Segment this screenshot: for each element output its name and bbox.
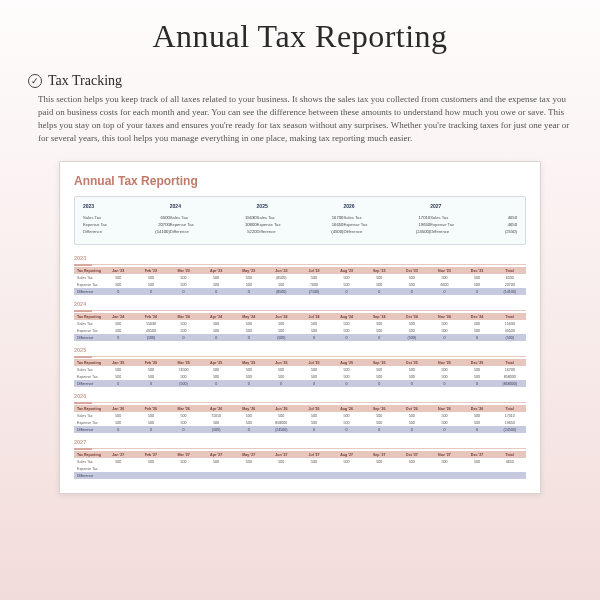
year-table: Tax ReportingJan '24Feb '24Mar '24Apr '2… [74,313,526,341]
year-table: Tax ReportingJan '27Feb '27Mar '27Apr '2… [74,451,526,479]
summary-row: Sales Tax15630 [170,215,257,220]
year-table: Tax ReportingJan '23Feb '23Mar '23Apr '2… [74,267,526,295]
year-block: 2023Tax ReportingJan '23Feb '23Mar '23Ap… [74,255,526,295]
section-heading-text: Tax Tracking [48,73,122,89]
table-row: Expense Tax [74,465,526,472]
table-row: Difference [74,472,526,479]
year-divider [74,402,526,403]
page-title: Annual Tax Reporting [28,18,572,55]
year-block: 2024Tax ReportingJan '24Feb '24Mar '24Ap… [74,301,526,341]
summary-column: 2025Sales Tax16700Expense Tax16650Differ… [257,203,344,236]
summary-year: 2023 [83,203,170,209]
table-row: Expense Tax50050050050050050076005005005… [74,281,526,288]
table-row: Sales Tax5005007450050050050050050050050… [74,366,526,373]
summary-row: Sales Tax4650 [430,215,517,220]
year-table: Tax ReportingJan '26Feb '26Mar '26Apr '2… [74,405,526,433]
summary-year: 2025 [257,203,344,209]
summary-column: 2023Sales Tax6500Expense Tax20700Differe… [83,203,170,236]
year-block: 2027Tax ReportingJan '27Feb '27Mar '27Ap… [74,439,526,479]
year-divider [74,448,526,449]
year-block: 2025Tax ReportingJan '25Feb '25Mar '25Ap… [74,347,526,387]
table-row: Sales Tax5005005007101050050050050050050… [74,412,526,419]
summary-row: Difference5220 [170,229,257,234]
summary-row: Expense Tax16650 [257,222,344,227]
table-row: Expense Tax50049500500500500500500500500… [74,327,526,334]
year-label: 2027 [74,439,526,445]
year-divider [74,310,526,311]
summary-year: 2027 [430,203,517,209]
table-row: Sales Tax500500500500500(8500)5005005005… [74,274,526,281]
year-divider [74,264,526,265]
table-row: Sales Tax5005005005005005005005005005005… [74,458,526,465]
summary-row: Difference(14100) [83,229,170,234]
year-label: 2025 [74,347,526,353]
year-label: 2026 [74,393,526,399]
section-intro: This section helps you keep track of all… [38,93,572,145]
summary-row: Sales Tax6500 [83,215,170,220]
summary-year: 2024 [170,203,257,209]
table-row: Difference00(500)000000000(858000) [74,380,526,387]
table-row: Expense Tax50050050050050085800050050050… [74,419,526,426]
summary-year: 2026 [343,203,430,209]
table-row: Difference000(500)0(24500)000000(24500) [74,426,526,433]
template-title: Annual Tax Reporting [74,174,526,188]
year-label: 2024 [74,301,526,307]
summary-row: Expense Tax4650 [430,222,517,227]
section-heading: ✓ Tax Tracking [28,73,572,89]
summary-row: Sales Tax16700 [257,215,344,220]
summary-row: Expense Tax19650 [343,222,430,227]
summary-column: 2026Sales Tax17010Expense Tax19650Differ… [343,203,430,236]
summary-column: 2027Sales Tax4650Expense Tax4650Differen… [430,203,517,236]
summary-row: Difference(24500) [343,229,430,234]
summary-row: Expense Tax10800 [170,222,257,227]
table-row: Difference00000(8500)(7100)00000(14100) [74,288,526,295]
summary-row: Expense Tax20700 [83,222,170,227]
summary-box: 2023Sales Tax6500Expense Tax20700Differe… [74,196,526,245]
summary-row: Sales Tax17010 [343,215,430,220]
summary-row: Difference(4500) [257,229,344,234]
table-row: Expense Tax50050050050050050050050050050… [74,373,526,380]
summary-row: Difference(2550) [430,229,517,234]
year-block: 2026Tax ReportingJan '26Feb '26Mar '26Ap… [74,393,526,433]
table-row: Difference0(500)000(500)000(500)00(500) [74,334,526,341]
summary-column: 2024Sales Tax15630Expense Tax10800Differ… [170,203,257,236]
year-label: 2023 [74,255,526,261]
year-table: Tax ReportingJan '25Feb '25Mar '25Apr '2… [74,359,526,387]
template-preview-card: Annual Tax Reporting 2023Sales Tax6500Ex… [59,161,541,494]
check-circle-icon: ✓ [28,74,42,88]
table-row: Sales Tax5001563050050050050050050050050… [74,320,526,327]
year-divider [74,356,526,357]
